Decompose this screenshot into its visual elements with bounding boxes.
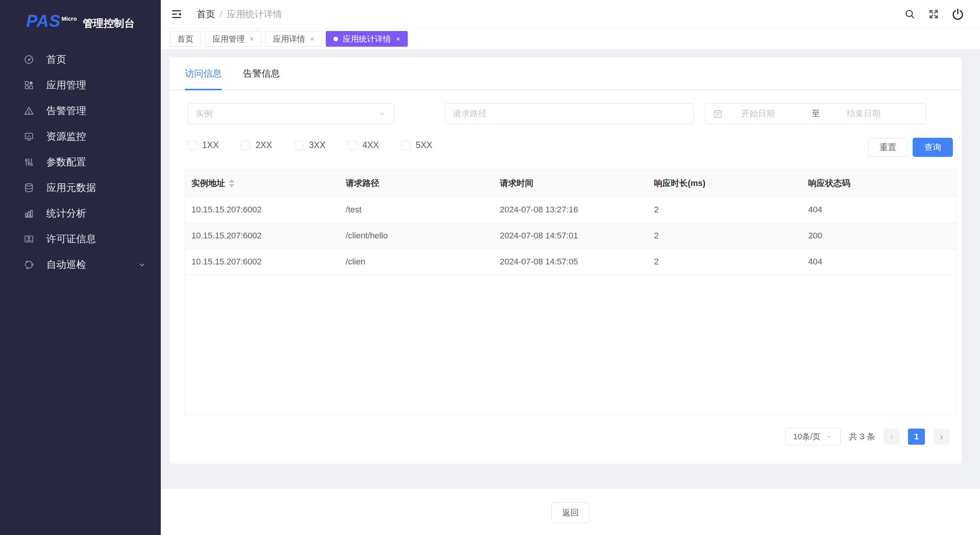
gauge-icon: [24, 54, 34, 65]
column-request-time: 请求时间: [494, 170, 648, 197]
checkbox-icon[interactable]: [241, 141, 250, 150]
sidebar-item-app-metadata[interactable]: 应用元数据: [0, 175, 161, 201]
menu-fold-icon[interactable]: [171, 8, 182, 20]
sliders-icon: [24, 157, 34, 167]
sidebar-item-statistics[interactable]: 统计分析: [0, 201, 161, 226]
sidebar-item-label: 资源监控: [46, 130, 86, 143]
tab-chip-label: 应用统计详情: [343, 34, 391, 44]
sidebar: PAS Micro 管理控制台 首页 应用管理 告警管理 资源: [0, 0, 161, 535]
sidebar-item-parameter-config[interactable]: 参数配置: [0, 149, 161, 175]
end-date-placeholder[interactable]: 结束日期: [847, 108, 880, 119]
column-request-path: 请求路径: [340, 170, 494, 197]
calendar-icon: [713, 109, 723, 119]
page-size-select[interactable]: 10条/页: [786, 428, 841, 445]
checkbox-icon[interactable]: [348, 141, 357, 150]
reset-button[interactable]: 重置: [868, 138, 908, 157]
tab-chip-label: 首页: [177, 34, 193, 44]
main-content: 访问信息 告警信息 实例 开始日期 至 结束日期: [161, 49, 980, 489]
detail-card: 访问信息 告警信息 实例 开始日期 至 结束日期: [170, 57, 962, 464]
checkbox-4xx[interactable]: 4XX: [348, 140, 379, 150]
app-title: 管理控制台: [83, 16, 135, 30]
chevron-down-icon[interactable]: [138, 261, 146, 269]
sidebar-item-app-management[interactable]: 应用管理: [0, 72, 161, 98]
breadcrumb: 首页 / 应用统计详情: [197, 8, 282, 20]
detail-tabs: 访问信息 告警信息: [170, 57, 962, 90]
sidebar-item-alert-management[interactable]: 告警管理: [0, 98, 161, 124]
header-actions: [904, 8, 964, 20]
search-icon[interactable]: [904, 8, 916, 20]
sidebar-item-label: 许可证信息: [46, 232, 96, 246]
date-range-picker[interactable]: 开始日期 至 结束日期: [705, 103, 926, 124]
tab-chip-app-stats-detail[interactable]: 应用统计详情 ×: [326, 31, 408, 47]
footer-bar: 返回: [161, 489, 980, 535]
top-header: 首页 / 应用统计详情: [161, 0, 980, 29]
total-count: 共 3 条: [849, 431, 875, 442]
checkbox-2xx[interactable]: 2XX: [241, 140, 272, 150]
sidebar-item-resource-monitor[interactable]: 资源监控: [0, 124, 161, 149]
checkbox-icon[interactable]: [188, 141, 197, 150]
close-icon[interactable]: ×: [250, 35, 254, 43]
page-number-1[interactable]: 1: [908, 429, 925, 445]
breadcrumb-home[interactable]: 首页: [197, 8, 215, 20]
checkbox-5xx[interactable]: 5XX: [401, 140, 432, 150]
instance-select-placeholder: 实例: [196, 108, 212, 119]
logo-text: PAS: [26, 11, 60, 31]
tab-chip-label: 应用详情: [273, 34, 305, 44]
sort-carets-icon[interactable]: [229, 179, 234, 188]
back-button[interactable]: 返回: [551, 502, 590, 523]
active-dot-icon: [333, 37, 338, 41]
network-nodes-icon: [24, 259, 34, 270]
table-row[interactable]: 10.15.15.207:6002 /clien 2024-07-08 14:5…: [185, 249, 956, 275]
instance-select[interactable]: 实例: [188, 103, 394, 124]
status-code-filters: 1XX 2XX 3XX 4XX 5XX: [188, 140, 432, 150]
table-row[interactable]: 10.15.15.207:6002 /client/hello 2024-07-…: [185, 223, 956, 249]
column-response-status: 响应状态码: [802, 170, 956, 197]
license-card-icon: [24, 234, 34, 244]
query-button[interactable]: 查询: [913, 138, 953, 157]
tab-chip-home[interactable]: 首页: [170, 31, 201, 47]
close-icon[interactable]: ×: [310, 35, 314, 43]
tab-chip-app-detail[interactable]: 应用详情 ×: [265, 31, 322, 47]
grid-apps-icon: [24, 80, 34, 90]
app-logo: PAS Micro 管理控制台: [0, 0, 161, 38]
prev-page-button[interactable]: ‹: [884, 429, 900, 445]
start-date-placeholder[interactable]: 开始日期: [741, 108, 775, 119]
chevron-down-icon: [826, 433, 833, 440]
sidebar-nav: 首页 应用管理 告警管理 资源监控 参数配置: [0, 47, 161, 277]
breadcrumb-current: 应用统计详情: [227, 8, 282, 20]
warning-triangle-icon: [24, 106, 34, 116]
tab-access-info[interactable]: 访问信息: [185, 67, 222, 90]
sidebar-item-label: 应用管理: [46, 78, 86, 92]
fullscreen-icon[interactable]: [928, 8, 939, 20]
sidebar-item-label: 自动巡检: [46, 258, 86, 271]
next-page-button[interactable]: ›: [933, 429, 949, 445]
logo-sup: Micro: [62, 15, 77, 22]
table-header-row: 实例地址 请求路径 请求时间 响应时长(ms) 响应状态码: [185, 170, 956, 197]
power-icon[interactable]: [952, 8, 964, 20]
date-separator: 至: [812, 108, 820, 119]
sidebar-item-auto-inspection[interactable]: 自动巡检: [0, 252, 161, 277]
close-icon[interactable]: ×: [396, 35, 400, 43]
breadcrumb-separator: /: [220, 9, 222, 20]
sidebar-item-label: 参数配置: [46, 155, 86, 169]
sidebar-item-label: 应用元数据: [46, 181, 96, 194]
checkbox-icon[interactable]: [401, 141, 410, 150]
tab-alert-info[interactable]: 告警信息: [243, 67, 280, 90]
tab-chip-label: 应用管理: [212, 34, 245, 44]
open-tabs-bar: 首页 应用管理 × 应用详情 × 应用统计详情 ×: [161, 29, 980, 49]
tab-chip-app-management[interactable]: 应用管理 ×: [205, 31, 261, 47]
pagination: 10条/页 共 3 条 ‹ 1 ›: [786, 428, 949, 445]
monitor-chart-icon: [24, 131, 34, 142]
chevron-down-icon: [378, 109, 386, 118]
sidebar-item-home[interactable]: 首页: [0, 47, 161, 72]
sidebar-item-label: 首页: [46, 53, 66, 66]
checkbox-3xx[interactable]: 3XX: [294, 140, 325, 150]
sidebar-item-license-info[interactable]: 许可证信息: [0, 226, 161, 252]
sidebar-item-label: 统计分析: [46, 207, 86, 220]
column-instance-address[interactable]: 实例地址: [185, 170, 340, 197]
request-path-input[interactable]: [445, 103, 694, 124]
checkbox-1xx[interactable]: 1XX: [188, 140, 219, 150]
results-table: 实例地址 请求路径 请求时间 响应时长(ms) 响应状态码 10.15.15.2…: [185, 170, 957, 414]
table-row[interactable]: 10.15.15.207:6002 /test 2024-07-08 13:27…: [185, 197, 956, 223]
checkbox-icon[interactable]: [294, 141, 304, 150]
